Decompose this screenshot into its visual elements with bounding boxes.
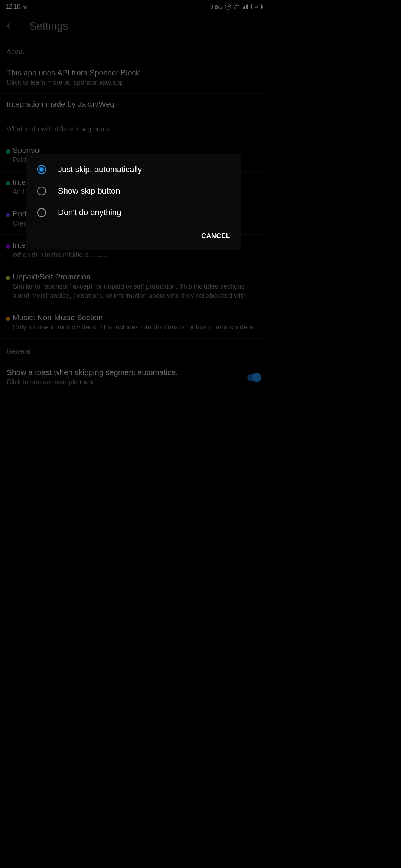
radio-option-skip[interactable]: Just skip, automatically: [26, 159, 241, 180]
modal-overlay[interactable]: [0, 0, 267, 579]
cancel-button[interactable]: CANCEL: [201, 232, 230, 240]
segment-action-dialog: Just skip, automatically Show skip butto…: [26, 154, 241, 250]
radio-icon: [37, 187, 46, 195]
radio-option-nothing[interactable]: Don't do anything: [26, 202, 241, 223]
radio-option-show-button[interactable]: Show skip button: [26, 180, 241, 202]
dialog-actions: CANCEL: [26, 223, 241, 247]
radio-icon: [37, 165, 46, 174]
radio-icon: [37, 208, 46, 217]
